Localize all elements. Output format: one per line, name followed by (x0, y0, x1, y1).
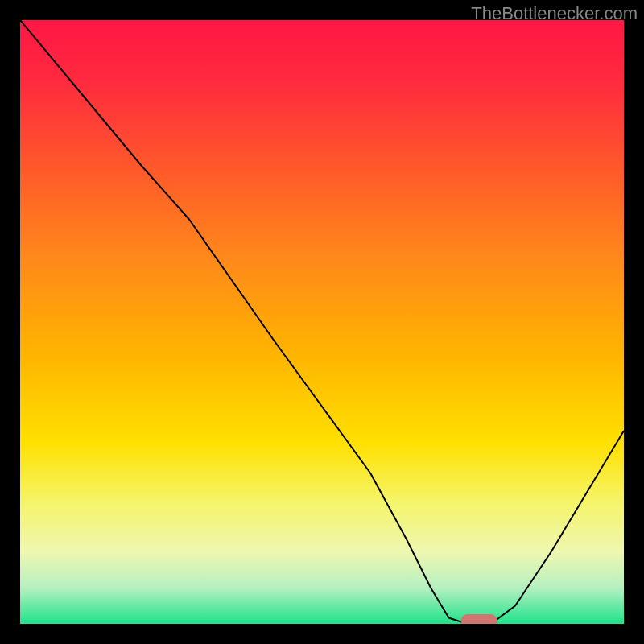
gradient-background (20, 20, 624, 624)
watermark-text: TheBottlenecker.com (471, 3, 638, 24)
chart-svg (20, 20, 624, 624)
optimal-zone-marker (461, 614, 497, 624)
plot-area (20, 20, 624, 624)
chart-container: TheBottlenecker.com (0, 0, 644, 644)
